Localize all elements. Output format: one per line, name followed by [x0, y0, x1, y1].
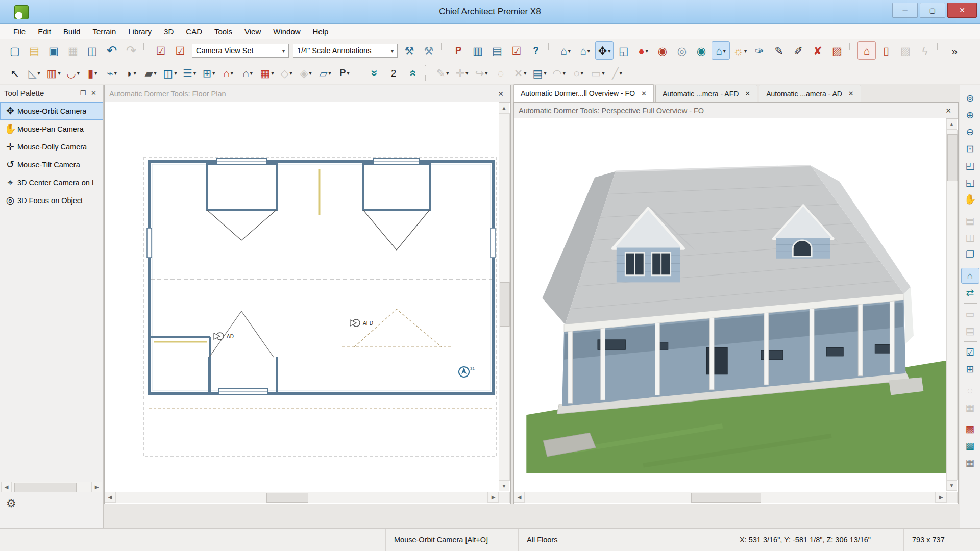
grid-snap-button[interactable]: ⊞ — [961, 361, 979, 377]
zoom-in-button[interactable]: ⊕ — [961, 107, 979, 123]
menu-terrain[interactable]: Terrain — [86, 24, 122, 39]
close-tab-icon[interactable]: ✕ — [745, 90, 750, 97]
chevron-down-icon[interactable]: ▾ — [744, 48, 747, 54]
color-grid-red-button[interactable]: ▩ — [961, 421, 979, 437]
chevron-down-icon[interactable]: ▾ — [646, 48, 648, 54]
menu-file[interactable]: File — [7, 24, 32, 39]
delete-object-button[interactable]: ✘ — [808, 41, 827, 60]
settings-gear-button[interactable]: ⚙ — [6, 497, 16, 510]
furniture-tools-button[interactable]: ▱▾ — [316, 64, 334, 82]
library-browser-button[interactable]: ▥ — [469, 41, 487, 60]
material-eyedropper-button[interactable]: ✎ — [770, 41, 788, 60]
orbit-camera-button[interactable]: ✥▾ — [595, 41, 614, 60]
chevron-down-icon[interactable]: ▾ — [193, 70, 196, 76]
scroll-thumb[interactable] — [14, 483, 77, 492]
door-tools-button[interactable]: ◫▾ — [161, 64, 179, 82]
scroll-left-icon[interactable]: ◀ — [514, 492, 525, 503]
chevron-down-icon[interactable]: ▾ — [250, 70, 253, 76]
new-plan-button[interactable]: ▢ — [6, 41, 24, 60]
chevron-down-icon[interactable]: ▾ — [465, 70, 468, 76]
annotation-set-dropdown[interactable]: 1/4" Scale Annotations▾ — [293, 44, 398, 58]
sidebar-item-mouse-orbit-camera[interactable]: ✥Mouse-Orbit Camera — [0, 102, 103, 120]
current-floor-indicator[interactable]: 2 — [384, 64, 403, 82]
chevron-down-icon[interactable]: ▾ — [391, 48, 394, 54]
scroll-down-icon[interactable]: ▼ — [946, 480, 957, 491]
project-browser-button[interactable]: P — [449, 41, 468, 60]
hatch-grid-button[interactable]: ▦ — [961, 455, 979, 470]
menu-edit[interactable]: Edit — [32, 24, 57, 39]
scroll-track[interactable] — [525, 492, 936, 503]
chevron-down-icon[interactable]: ▾ — [587, 48, 590, 54]
swap-views-button[interactable]: ⇄ — [961, 285, 979, 300]
break-line-button[interactable]: ⌁▾ — [103, 64, 121, 82]
sunlight-button[interactable]: ☼▾ — [731, 41, 749, 60]
plant-tools-button[interactable]: P▾ — [335, 64, 354, 82]
scroll-up-icon[interactable]: ▲ — [946, 119, 957, 130]
chevron-down-icon[interactable]: ▾ — [77, 70, 80, 76]
toolbar-overflow-button[interactable]: » — [945, 41, 964, 60]
up-one-floor-button[interactable]: « — [404, 64, 422, 82]
stair-tools-button[interactable]: ☰▾ — [180, 64, 199, 82]
scroll-right-icon[interactable]: ▶ — [936, 492, 946, 503]
scroll-thumb[interactable] — [266, 493, 308, 503]
maximize-button[interactable]: ▢ — [920, 3, 945, 18]
menu-tools[interactable]: Tools — [208, 24, 238, 39]
select-objects-button[interactable]: ↖ — [6, 64, 24, 82]
sidebar-item-mouse-dolly-camera[interactable]: ✛Mouse-Dolly Camera — [0, 138, 103, 156]
float-panel-icon[interactable]: ❐ — [77, 89, 88, 97]
arch-tools-button[interactable]: ◗▾ — [122, 64, 140, 82]
chevron-down-icon[interactable]: ▾ — [154, 70, 157, 76]
deck-railing-button[interactable]: ▥▾ — [44, 64, 63, 82]
floor-plan-canvas[interactable]: AD AFD 31 — [105, 102, 499, 491]
full-overview-camera-button[interactable]: ⌂▾ — [556, 41, 575, 60]
preferences-check-button[interactable]: ☑ — [171, 41, 189, 60]
dollhouse-view-button[interactable]: ⌂▾ — [576, 41, 594, 60]
toolbar-customization-button[interactable]: ☑ — [152, 41, 170, 60]
print-preview-button[interactable]: ◫ — [83, 41, 102, 60]
camera-outline-button[interactable]: ◎ — [673, 41, 691, 60]
menu-cad[interactable]: CAD — [180, 24, 208, 39]
elevation-view-button[interactable]: ◱ — [615, 41, 633, 60]
chevron-down-icon[interactable]: ▾ — [38, 70, 40, 76]
close-window-button[interactable]: ✕ — [947, 3, 977, 18]
sidebar-item-3d-center-camera-on-i[interactable]: ⌖3D Center Camera on I — [0, 173, 103, 191]
cabinet-elevation-button[interactable]: ▯ — [877, 41, 895, 60]
soffit-box-button[interactable]: ▰▾ — [141, 64, 160, 82]
scroll-left-icon[interactable]: ◀ — [105, 492, 115, 503]
settings-wrench-button[interactable]: ⚒ — [420, 41, 438, 60]
chevron-down-icon[interactable]: ▾ — [602, 70, 604, 76]
tile-windows-button[interactable]: ❐ — [961, 246, 979, 262]
view-tab[interactable]: Automatic Dormer...ll Overview - FO✕ — [513, 84, 654, 102]
scroll-thumb[interactable] — [691, 493, 761, 503]
plan-notes-button[interactable]: ▤ — [488, 41, 506, 60]
chevron-down-icon[interactable]: ▾ — [231, 70, 233, 76]
perspective-overview-button[interactable]: ⌂▾ — [712, 41, 730, 60]
chevron-down-icon[interactable]: ▾ — [134, 70, 136, 76]
color-grid-teal-button[interactable]: ▩ — [961, 438, 979, 454]
scroll-right-icon[interactable]: ▶ — [91, 482, 102, 492]
material-painter-button[interactable]: ▨ — [828, 41, 846, 60]
scroll-track[interactable] — [115, 492, 488, 503]
scroll-track[interactable] — [12, 482, 91, 492]
record-walkthrough-button[interactable]: ●▾ — [634, 41, 652, 60]
walkthrough-camera-button[interactable]: ◉ — [653, 41, 672, 60]
chevron-down-icon[interactable]: ▾ — [563, 70, 566, 76]
chevron-down-icon[interactable]: ▾ — [620, 70, 622, 76]
save-button[interactable]: ▣ — [44, 41, 63, 60]
scroll-track[interactable] — [946, 130, 958, 480]
scroll-track[interactable] — [499, 113, 510, 481]
chevron-down-icon[interactable]: ▾ — [329, 70, 331, 76]
chevron-down-icon[interactable]: ▾ — [114, 70, 117, 76]
menu-3d[interactable]: 3D — [158, 24, 180, 39]
chevron-down-icon[interactable]: ▾ — [309, 70, 312, 76]
open-plan-button[interactable]: ▤ — [25, 41, 43, 60]
chevron-down-icon[interactable]: ▾ — [290, 70, 292, 76]
scroll-thumb[interactable] — [500, 282, 510, 327]
chevron-down-icon[interactable]: ▾ — [94, 70, 97, 76]
view-tab[interactable]: Automatic ...amera - AD✕ — [759, 85, 861, 102]
close-panel-icon[interactable]: ✕ — [88, 89, 99, 97]
roof-tools-button[interactable]: ⌂▾ — [219, 64, 237, 82]
ramp-tools-button[interactable]: ◺▾ — [25, 64, 43, 82]
window-tools-button[interactable]: ⊞▾ — [200, 64, 218, 82]
menu-build[interactable]: Build — [57, 24, 86, 39]
